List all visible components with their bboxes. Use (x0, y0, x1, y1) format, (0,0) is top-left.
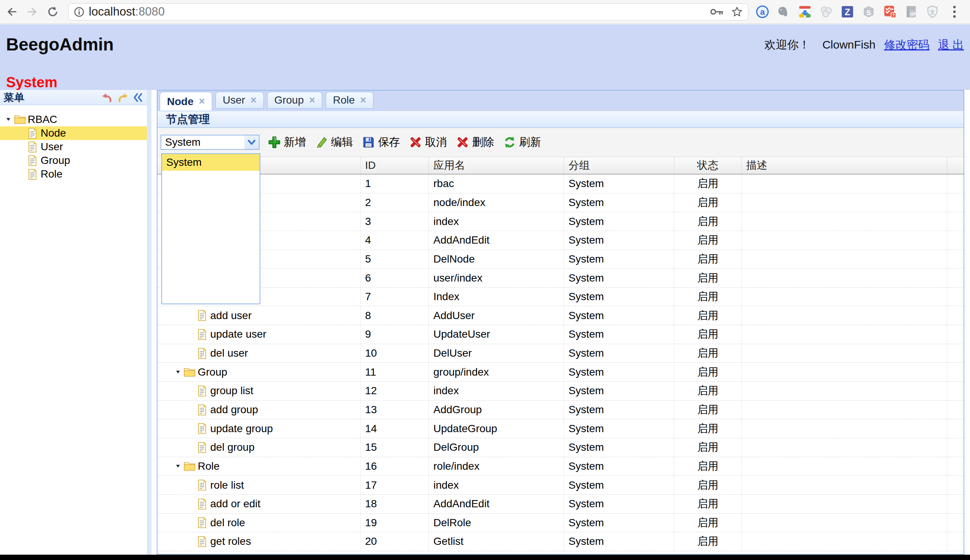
url-bar[interactable]: localhost:8080 (68, 3, 748, 20)
cell-filler (947, 514, 963, 532)
cancel-button[interactable]: 取消 (409, 135, 447, 150)
cell-group: System (564, 288, 674, 306)
tree-node-add-group[interactable]: add group (157, 404, 258, 416)
table-row[interactable]: group list12indexSystem启用 (157, 382, 963, 401)
tree-node-get-roles[interactable]: get roles (157, 535, 251, 547)
tree-node-del-user[interactable]: del user (157, 347, 248, 359)
tab-close-icon[interactable]: × (360, 95, 366, 105)
tree-node-role[interactable]: Role (157, 460, 220, 472)
column-header-group[interactable]: 分组 (564, 157, 674, 174)
table-row[interactable]: 7IndexSystem启用 (157, 288, 963, 307)
tree-node-root[interactable]: RBAC (0, 113, 147, 126)
table-row[interactable]: 5DelNodeSystem启用 (157, 250, 963, 269)
back-button[interactable] (6, 6, 17, 17)
table-row[interactable]: del role19DelRoleSystem启用 (157, 514, 963, 533)
cell-status: 启用 (674, 231, 742, 250)
column-header-app[interactable]: 应用名 (429, 157, 564, 174)
evernote-icon[interactable] (777, 5, 791, 19)
cell-app: UpdateGroup (429, 419, 564, 438)
reload-button[interactable] (47, 6, 58, 17)
column-header-id[interactable]: ID (360, 157, 429, 174)
table-row[interactable]: 6user/indexSystem启用 (157, 268, 963, 288)
tasks-icon[interactable]: ? (883, 5, 897, 19)
table-row[interactable]: Group11group/indexSystem启用 (157, 363, 963, 382)
table-row[interactable]: del group15DelGroupSystem启用 (157, 438, 963, 457)
tree-node-del-group[interactable]: del group (157, 441, 255, 453)
cell-app: DelUser (429, 344, 564, 363)
tree-node-add-or-edit[interactable]: add or edit (157, 498, 260, 510)
tree-node-update-user[interactable]: update user (157, 328, 267, 340)
browser-menu-button[interactable] (949, 6, 960, 17)
delete-button[interactable]: 删除 (456, 135, 494, 150)
table-row[interactable]: get roles20GetlistSystem启用 (157, 532, 963, 551)
table-row[interactable]: Role16role/indexSystem启用 (157, 457, 963, 476)
tree-node-add-user[interactable]: add user (157, 310, 252, 322)
table-row[interactable]: add group13AddGroupSystem启用 (157, 401, 963, 420)
tab-strip: Node×User×Group×Role× (157, 91, 963, 111)
delete-icon (456, 136, 469, 149)
tab-group[interactable]: Group× (267, 92, 323, 108)
sidebar-item-group[interactable]: Group (0, 154, 147, 167)
add-button[interactable]: 新增 (268, 135, 306, 150)
column-header-status[interactable]: 状态 (674, 157, 742, 174)
tab-node[interactable]: Node× (160, 92, 212, 111)
column-header-desc[interactable]: 描述 (742, 157, 947, 174)
delete-icon (456, 136, 469, 149)
tree-node-del-role[interactable]: del role (157, 517, 245, 529)
splitter-handle[interactable] (147, 90, 152, 555)
cell-tree: del user (157, 344, 360, 363)
cell-tree: update user (157, 325, 360, 344)
svg-text:S: S (867, 9, 871, 17)
circles-icon[interactable] (819, 5, 833, 19)
tree-node-group[interactable]: Group (157, 366, 227, 378)
alipay-shield-icon[interactable]: 支 (925, 5, 940, 19)
collapse-panel-icon[interactable] (132, 93, 144, 102)
tree-node-group-list[interactable]: group list (157, 385, 253, 397)
sidebar-item-user[interactable]: User (0, 140, 147, 154)
password-key-icon[interactable] (710, 8, 724, 16)
group-combo[interactable]: System (160, 135, 260, 150)
cell-group: System (564, 344, 674, 363)
tree-node-role-list[interactable]: role list (157, 479, 244, 491)
table-row[interactable]: 4AddAndEditSystem启用 (157, 231, 963, 250)
save-button[interactable]: 保存 (362, 135, 400, 150)
undo-arrow-icon[interactable] (100, 92, 113, 103)
tab-user[interactable]: User× (215, 92, 264, 108)
table-row[interactable]: 3indexSystem启用 (157, 212, 963, 231)
combo-arrow-button[interactable] (244, 135, 259, 149)
cell-app: Index (429, 288, 564, 306)
tab-close-icon[interactable]: × (199, 97, 205, 107)
edit-button[interactable]: 编辑 (315, 135, 353, 150)
cell-tree: role list (157, 476, 360, 494)
url-text: localhost:8080 (89, 5, 165, 18)
a-circle-icon[interactable]: a (755, 5, 770, 19)
change-password-link[interactable]: 修改密码 (884, 38, 929, 51)
username: ClownFish (822, 38, 875, 51)
bookmark-star-icon[interactable] (731, 6, 743, 17)
tab-role[interactable]: Role× (326, 92, 373, 108)
sidebar-item-node[interactable]: Node (0, 126, 147, 140)
table-row[interactable]: role list17indexSystem启用 (157, 476, 963, 495)
cell-group: System (564, 532, 674, 551)
table-row[interactable]: update group14UpdateGroupSystem启用 (157, 419, 963, 438)
table-row[interactable]: 1rbacSystem启用 (157, 175, 963, 193)
dropdown-option-system[interactable]: System (162, 154, 260, 171)
roboform-icon[interactable]: RP (904, 5, 918, 19)
refresh-button[interactable]: 刷新 (503, 135, 541, 150)
file-icon (27, 128, 38, 139)
s-cube-icon[interactable]: S (862, 5, 876, 19)
table-row[interactable]: del user10DelUserSystem启用 (157, 344, 963, 363)
table-row[interactable]: update user9UpdateUserSystem启用 (157, 325, 963, 344)
redo-arrow-icon[interactable] (117, 92, 129, 103)
forward-button[interactable] (27, 6, 38, 17)
logout-link[interactable]: 退 出 (938, 38, 964, 51)
download-manager-icon[interactable] (798, 5, 812, 19)
tab-close-icon[interactable]: × (309, 95, 315, 105)
table-row[interactable]: add or edit18AddAndEditSystem启用 (157, 495, 963, 514)
table-row[interactable]: 2node/indexSystem启用 (157, 193, 963, 212)
tree-node-update-group[interactable]: update group (157, 423, 273, 435)
table-row[interactable]: add user8AddUserSystem启用 (157, 306, 963, 325)
zotero-icon[interactable]: Z (840, 5, 855, 19)
sidebar-item-role[interactable]: Role (0, 167, 147, 181)
tab-close-icon[interactable]: × (250, 95, 257, 105)
